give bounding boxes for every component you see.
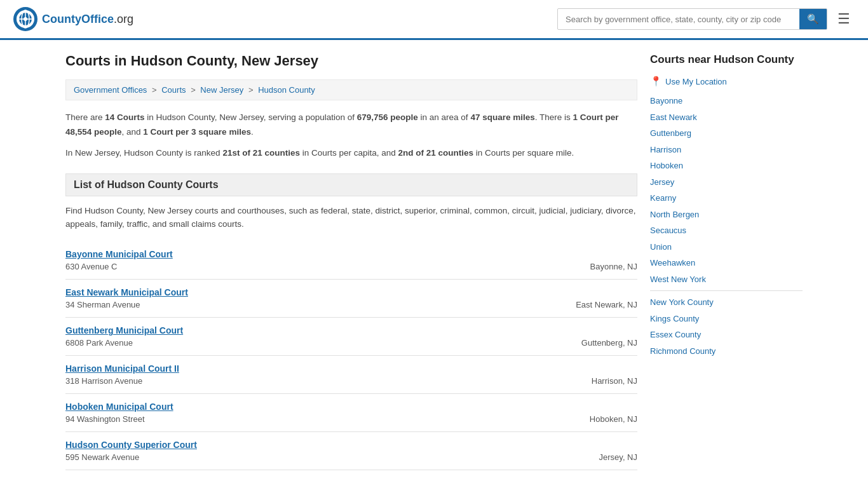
sidebar-title: Courts near Hudson County xyxy=(650,53,803,67)
stats-line2-pre: In New Jersey, Hudson County is ranked xyxy=(65,148,222,158)
location-pin-icon: 📍 xyxy=(650,76,662,87)
list-description: Find Hudson County, New Jersey courts an… xyxy=(65,204,637,231)
stats-block-2: In New Jersey, Hudson County is ranked 2… xyxy=(65,146,637,161)
sidebar-county-link[interactable]: New York County xyxy=(650,296,803,309)
breadcrumb-item-courts[interactable]: Courts xyxy=(161,85,186,95)
breadcrumb-sep-2: > xyxy=(191,85,198,95)
court-address: 318 Harrison Avenue xyxy=(65,376,142,386)
breadcrumb-item-hudson[interactable]: Hudson County xyxy=(258,85,315,95)
main-container: Courts in Hudson County, New Jersey Gove… xyxy=(53,40,815,483)
stats-area: 47 square miles xyxy=(470,112,534,122)
court-name-link[interactable]: East Newark Municipal Court xyxy=(65,287,188,297)
court-city: Bayonne, NJ xyxy=(542,262,637,271)
sidebar-city-link[interactable]: East Newark xyxy=(650,111,803,124)
court-city: Guttenberg, NJ xyxy=(542,338,637,348)
court-name-link[interactable]: Harrison Municipal Court II xyxy=(65,363,179,374)
menu-button[interactable]: ☰ xyxy=(832,10,855,29)
svg-point-6 xyxy=(24,17,27,21)
sidebar-city-link[interactable]: Jersey xyxy=(650,176,803,189)
breadcrumb: Government Offices > Courts > New Jersey… xyxy=(65,79,637,100)
court-item: Harrison Municipal Court II 318 Harrison… xyxy=(65,356,637,394)
sidebar-city-link[interactable]: Union xyxy=(650,241,803,254)
logo[interactable]: CountyOffice.org xyxy=(13,6,133,32)
search-input[interactable] xyxy=(558,10,799,29)
stats-line1-pre: There are xyxy=(65,112,105,122)
sidebar-city-link[interactable]: Kearny xyxy=(650,192,803,205)
stats-per-sqmile: 1 Court per 3 square miles xyxy=(143,127,251,137)
sidebar-divider xyxy=(650,290,803,291)
court-details-row: 595 Newark Avenue Jersey, NJ xyxy=(65,452,637,462)
sidebar-city-link[interactable]: Hoboken xyxy=(650,159,803,172)
list-section-heading: List of Hudson County Courts xyxy=(65,173,637,196)
header-right: 🔍 ☰ xyxy=(557,8,855,30)
stats-line1-end: . There is xyxy=(535,112,573,122)
sidebar-county-link[interactable]: Kings County xyxy=(650,313,803,325)
court-city: East Newark, NJ xyxy=(542,300,637,309)
stats-line2-mid: in Courts per capita, and xyxy=(300,148,398,158)
court-address: 34 Sherman Avenue xyxy=(65,300,140,309)
stats-line1-end2: , and xyxy=(122,127,144,137)
court-item: Guttenberg Municipal Court 6808 Park Ave… xyxy=(65,318,637,356)
stats-courts-count: 14 Courts xyxy=(105,112,144,122)
court-name-link[interactable]: Guttenberg Municipal Court xyxy=(65,325,183,336)
court-name-link[interactable]: Bayonne Municipal Court xyxy=(65,249,173,259)
court-city: Jersey, NJ xyxy=(542,452,637,462)
breadcrumb-sep-1: > xyxy=(152,85,159,95)
sidebar-city-link[interactable]: Bayonne xyxy=(650,95,803,107)
courts-list: Bayonne Municipal Court 630 Avenue C Bay… xyxy=(65,241,637,470)
court-address: 94 Washington Street xyxy=(65,414,145,424)
sidebar-county-link[interactable]: Essex County xyxy=(650,329,803,341)
logo-icon xyxy=(13,6,38,32)
page-title: Courts in Hudson County, New Jersey xyxy=(65,53,637,69)
court-name-link[interactable]: Hoboken Municipal Court xyxy=(65,402,173,412)
stats-line2-end: in Courts per square mile. xyxy=(473,148,574,158)
sidebar-counties: New York CountyKings CountyEssex CountyR… xyxy=(650,296,803,357)
court-item: East Newark Municipal Court 34 Sherman A… xyxy=(65,280,637,318)
court-details-row: 94 Washington Street Hoboken, NJ xyxy=(65,414,637,424)
use-my-location-link[interactable]: 📍 Use My Location xyxy=(650,76,803,87)
header: CountyOffice.org 🔍 ☰ xyxy=(0,0,868,40)
court-details-row: 630 Avenue C Bayonne, NJ xyxy=(65,262,637,271)
court-item: Hudson County Superior Court 595 Newark … xyxy=(65,432,637,470)
breadcrumb-sep-3: > xyxy=(248,85,255,95)
search-button[interactable]: 🔍 xyxy=(799,9,827,29)
court-address: 630 Avenue C xyxy=(65,262,117,271)
court-name-link[interactable]: Hudson County Superior Court xyxy=(65,440,197,450)
stats-population: 679,756 people xyxy=(357,112,418,122)
stats-rank-capita: 21st of 21 counties xyxy=(222,148,300,158)
search-bar: 🔍 xyxy=(557,8,827,30)
sidebar-city-link[interactable]: North Bergen xyxy=(650,208,803,221)
content-area: Courts in Hudson County, New Jersey Gove… xyxy=(65,53,637,470)
sidebar-city-link[interactable]: Harrison xyxy=(650,144,803,156)
court-address: 6808 Park Avenue xyxy=(65,338,133,348)
sidebar-city-link[interactable]: Weehawken xyxy=(650,257,803,269)
court-address: 595 Newark Avenue xyxy=(65,452,139,462)
stats-line1-end3: . xyxy=(251,127,254,137)
breadcrumb-item-gov[interactable]: Government Offices xyxy=(74,85,147,95)
sidebar-city-link[interactable]: Secaucus xyxy=(650,224,803,237)
use-location-label: Use My Location xyxy=(665,77,727,86)
court-details-row: 318 Harrison Avenue Harrison, NJ xyxy=(65,376,637,386)
court-city: Hoboken, NJ xyxy=(542,414,637,424)
sidebar-cities: BayonneEast NewarkGuttenbergHarrisonHobo… xyxy=(650,95,803,285)
court-details-row: 34 Sherman Avenue East Newark, NJ xyxy=(65,300,637,309)
stats-line1-mid: in Hudson County, New Jersey, serving a … xyxy=(145,112,357,122)
sidebar: Courts near Hudson County 📍 Use My Locat… xyxy=(650,53,803,470)
logo-text: CountyOffice.org xyxy=(42,13,133,26)
court-city: Harrison, NJ xyxy=(542,376,637,386)
stats-line1-mid2: in an area of xyxy=(418,112,471,122)
sidebar-city-link[interactable]: West New York xyxy=(650,273,803,286)
breadcrumb-item-nj[interactable]: New Jersey xyxy=(200,85,243,95)
stats-block: There are 14 Courts in Hudson County, Ne… xyxy=(65,111,637,140)
court-item: Hoboken Municipal Court 94 Washington St… xyxy=(65,394,637,432)
court-details-row: 6808 Park Avenue Guttenberg, NJ xyxy=(65,338,637,348)
stats-rank-sqmile: 2nd of 21 counties xyxy=(398,148,474,158)
sidebar-city-link[interactable]: Guttenberg xyxy=(650,127,803,140)
sidebar-county-link[interactable]: Richmond County xyxy=(650,345,803,358)
court-item: Bayonne Municipal Court 630 Avenue C Bay… xyxy=(65,241,637,280)
